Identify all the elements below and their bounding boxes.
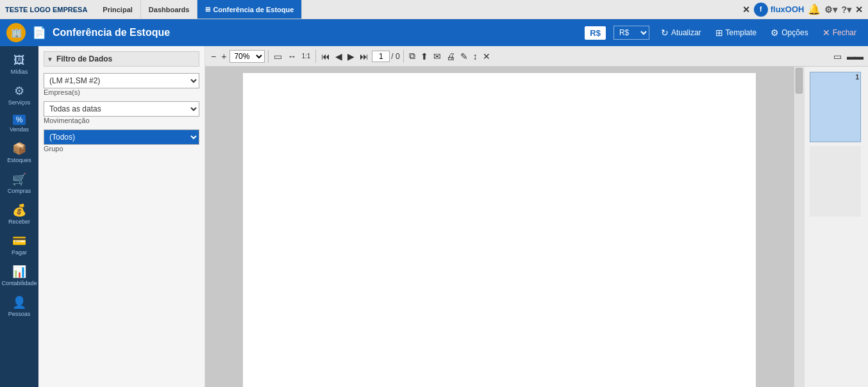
pessoas-icon: 👤: [12, 295, 26, 309]
mail-icon: ✉: [433, 51, 441, 62]
sidebar-item-contabilidade[interactable]: 📊 Contabilidade: [2, 261, 37, 290]
atualizar-button[interactable]: ↻ Atualizar: [656, 26, 706, 40]
vertical-scrollbar[interactable]: [794, 67, 804, 387]
copy-icon: ⧉: [409, 51, 415, 62]
sidebar-item-vendas[interactable]: % Vendas: [2, 111, 37, 136]
sidebar-item-midias[interactable]: 🖼 Mídias: [2, 50, 37, 79]
tab-active-icon: ⊞: [205, 6, 210, 13]
minimize-close-icon[interactable]: ✕: [742, 4, 750, 15]
app-logo-circle: 🏢: [6, 23, 26, 42]
page-number-input[interactable]: [372, 51, 390, 62]
page-thumbnail-panel: 1: [804, 67, 868, 387]
tab-conferencia-estoque[interactable]: ⊞ Conferência de Estoque: [197, 0, 302, 19]
fechar-button[interactable]: ✕ Fechar: [817, 26, 862, 40]
sidebar-item-label: Contabilidade: [1, 280, 37, 286]
sidebar-item-estoques[interactable]: 📦 Estoques: [2, 138, 37, 167]
page-thumb-number: 1: [855, 74, 859, 81]
edit2-button[interactable]: ↕: [471, 50, 480, 63]
title-bar: TESTE LOGO EMPRESA Principal Dashboards …: [0, 0, 868, 19]
report-canvas-container: 1: [205, 67, 868, 387]
zoom-in-button[interactable]: +: [219, 50, 228, 63]
tab-dashboards[interactable]: Dashboards: [141, 0, 198, 19]
edit1-button[interactable]: ✎: [458, 50, 470, 63]
edit2-icon: ↕: [473, 51, 478, 62]
grupo-select[interactable]: (Todos): [44, 129, 199, 145]
help-icon[interactable]: ?▾: [841, 4, 851, 15]
scrollbar-thumb[interactable]: [796, 68, 803, 94]
single-page-button[interactable]: ▭: [831, 50, 844, 63]
sidebar-item-compras[interactable]: 🛒 Compras: [2, 169, 37, 198]
actual-size-button[interactable]: 1:1: [299, 51, 312, 61]
brand-name: fluxOOH: [771, 4, 805, 14]
grupo-label: Grupo: [44, 145, 199, 152]
empresa-select[interactable]: (LM #1,SM #2): [44, 73, 199, 88]
first-page-button[interactable]: ⏮: [319, 50, 332, 63]
sidebar-item-label: Pagar: [12, 249, 27, 256]
report-page: [243, 73, 756, 387]
sidebar-item-servicos[interactable]: ⚙ Serviços: [2, 80, 37, 110]
next-page-icon: ▶: [347, 51, 355, 62]
sidebar-item-label: Vendas: [10, 126, 29, 133]
empresa-label: Empresa(s): [44, 88, 199, 96]
dates-label: Movimentação: [44, 117, 199, 124]
fit-width-button[interactable]: ↔: [285, 50, 298, 63]
sidebar-item-pessoas[interactable]: 👤 Pessoas: [2, 292, 37, 321]
pagar-icon: 💳: [12, 234, 26, 248]
filter-panel: ▼ Filtro de Dados (LM #1,SM #2) Empresa(…: [38, 46, 205, 387]
estoques-icon: 📦: [12, 142, 26, 156]
continuous-scroll-button[interactable]: ▬▬: [845, 50, 864, 63]
last-page-button[interactable]: ⏭: [358, 50, 371, 63]
page-thumbnail-1[interactable]: 1: [810, 72, 861, 142]
sidebar-item-label: Receber: [8, 218, 30, 225]
sidebar-item-label: Serviços: [8, 99, 31, 106]
print-icon: 🖨: [446, 51, 455, 62]
fit-page-button[interactable]: ▭: [272, 50, 284, 63]
share-icon: ⬆: [421, 51, 428, 62]
receber-icon: 💰: [12, 203, 26, 217]
next-page-button[interactable]: ▶: [346, 50, 356, 63]
copy-button[interactable]: ⧉: [407, 49, 417, 63]
page-title: Conferência de Estoque: [53, 27, 578, 38]
settings-icon[interactable]: ⚙▾: [824, 4, 837, 15]
fit-width-icon: ↔: [287, 51, 296, 62]
share-button[interactable]: ⬆: [419, 50, 430, 63]
report-area: − + 70% 50% 100% 150% 200% ▭ ↔ 1:1: [205, 46, 868, 387]
filter-collapse-icon[interactable]: ▼: [47, 56, 53, 63]
notification-icon[interactable]: 🔔: [808, 3, 821, 15]
prev-page-icon: ◀: [335, 51, 342, 62]
zoom-select[interactable]: 70% 50% 100% 150% 200%: [230, 50, 265, 63]
compras-icon: 🛒: [12, 172, 26, 186]
sidebar-item-receber[interactable]: 💰 Receber: [2, 199, 37, 229]
brand-logo: f fluxOOH: [754, 3, 805, 17]
prev-page-button[interactable]: ◀: [333, 50, 344, 63]
last-page-icon: ⏭: [360, 51, 369, 62]
sidebar-nav: 🖼 Mídias ⚙ Serviços % Vendas 📦 Estoques …: [0, 46, 38, 387]
toolbar-close-button[interactable]: ✕: [481, 50, 492, 63]
currency-button[interactable]: R$: [585, 26, 606, 40]
page-thumb-spacer: [810, 146, 861, 217]
currency-dropdown[interactable]: R$ USD: [613, 26, 649, 40]
print-button[interactable]: 🖨: [444, 50, 457, 63]
opcoes-button[interactable]: ⚙ Opções: [765, 26, 813, 40]
toolbar: − + 70% 50% 100% 150% 200% ▭ ↔ 1:1: [205, 46, 868, 67]
template-button[interactable]: ⊞ Template: [710, 26, 762, 40]
toolbar-close-icon: ✕: [483, 51, 490, 62]
toolbar-separator-3: [403, 50, 404, 63]
window-close-icon[interactable]: ✕: [855, 4, 863, 15]
zoom-out-button[interactable]: −: [209, 50, 218, 63]
page-total: / 0: [391, 52, 399, 61]
toolbar-separator-2: [315, 50, 316, 63]
midias-icon: 🖼: [13, 54, 25, 67]
template-icon: ⊞: [715, 28, 723, 38]
app-logo-text: TESTE LOGO EMPRESA: [5, 6, 87, 13]
fit-page-icon: ▭: [274, 51, 282, 62]
mail-button[interactable]: ✉: [431, 50, 443, 63]
app-logo-symbol: 🏢: [11, 28, 22, 38]
sidebar-item-label: Estoques: [7, 157, 31, 163]
dates-select[interactable]: Todas as datas: [44, 101, 199, 117]
vendas-icon: %: [13, 115, 26, 125]
header-actions: ↻ Atualizar ⊞ Template ⚙ Opções ✕ Fechar: [656, 26, 862, 40]
sidebar-item-pagar[interactable]: 💳 Pagar: [2, 230, 37, 259]
app-header: 🏢 📄 Conferência de Estoque R$ R$ USD ↻ A…: [0, 19, 868, 46]
tab-principal[interactable]: Principal: [95, 0, 140, 19]
